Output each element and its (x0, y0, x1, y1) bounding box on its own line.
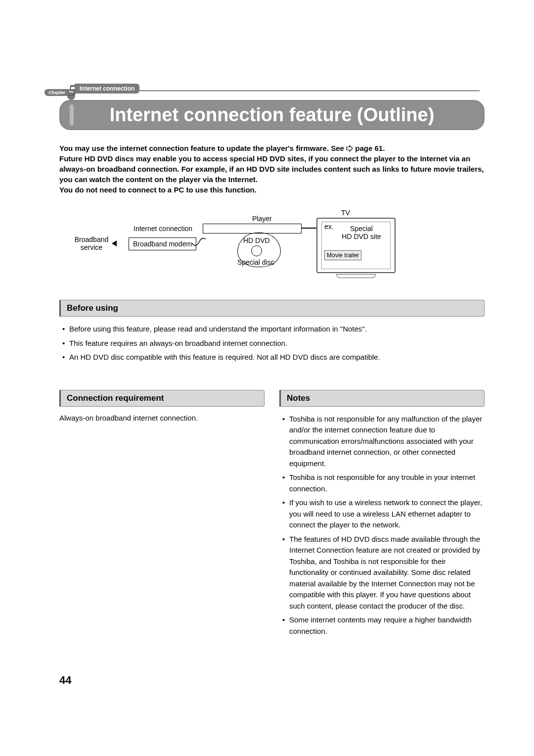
before-using-list: Before using this feature, please read a… (59, 324, 485, 363)
connection-requirement-text: Always-on broadband internet connection. (59, 414, 265, 422)
main-title-bar: Internet connection feature (Outline) (59, 100, 485, 130)
list-item: Toshiba is not responsible for any troub… (282, 472, 485, 494)
list-item: Toshiba is not responsible for any malfu… (282, 414, 485, 470)
intro-line1a: You may use the internet connection feat… (59, 144, 346, 152)
arrow-line (59, 209, 72, 210)
broadband-service-label: Broadband service (69, 236, 114, 251)
chapter-title: Internet connection (75, 84, 139, 94)
notes-list: Toshiba is not responsible for any malfu… (279, 414, 485, 637)
special-site-label: Special HD DVD site (334, 225, 389, 240)
list-item: If you wish to use a wireless network to… (282, 497, 485, 531)
internet-connection-label: Internet connection (134, 225, 192, 233)
list-item: The features of HD DVD discs made availa… (282, 534, 485, 612)
connection-diagram: Broadband service Internet connection Br… (59, 209, 485, 288)
hd-dvd-label: HD DVD (243, 236, 270, 244)
broadband-modem-box: Broadband modem (129, 237, 196, 250)
connection-requirement-header: Connection requirement (59, 390, 265, 407)
list-item: Before using this feature, please read a… (62, 324, 485, 335)
cable-curve-icon (192, 236, 206, 250)
connection-requirement-column: Connection requirement Always-on broadba… (59, 378, 265, 640)
page-ref-arrow-icon (346, 144, 353, 151)
chapter-label: Chapter (44, 89, 69, 96)
tv-stand (336, 274, 376, 278)
player-tv-line (302, 228, 316, 229)
tv-label: TV (341, 209, 350, 217)
notes-header: Notes (279, 390, 485, 407)
list-item: This feature requires an always-on broad… (62, 338, 485, 349)
page-number: 44 (59, 674, 71, 687)
disc-inner-circle (251, 245, 262, 256)
notes-column: Notes Toshiba is not responsible for any… (279, 378, 485, 640)
list-item: Some internet contents may require a hig… (282, 614, 485, 637)
arrow-left-icon (112, 240, 117, 246)
main-title: Internet connection feature (Outline) (110, 104, 435, 125)
intro-line1b: page 61. (355, 144, 385, 152)
intro-paragraph: You may use the internet connection feat… (59, 143, 485, 195)
player-box (203, 224, 302, 234)
intro-line3: You do not need to connect to a PC to us… (59, 186, 257, 194)
before-using-header: Before using (59, 300, 485, 317)
intro-line2: Future HD DVD discs may enable you to ac… (59, 154, 484, 184)
movie-trailer-box: Movie trailer (324, 250, 361, 260)
chapter-tab: Chapter 5 Internet connection (44, 83, 139, 102)
example-label: ex. (324, 223, 334, 231)
list-item: An HD DVD disc compatible with this feat… (62, 352, 485, 363)
player-label: Player (252, 215, 272, 223)
special-disc-label: Special disc (237, 258, 274, 266)
